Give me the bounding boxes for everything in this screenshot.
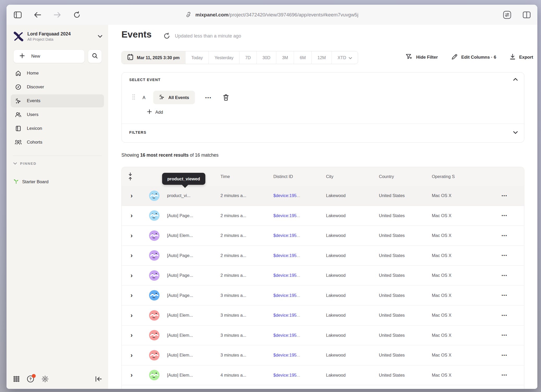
row-more-button[interactable]: ••• — [485, 213, 524, 218]
table-row[interactable]: › [Auto] Elem... 3 minutes a... $device:… — [122, 305, 524, 326]
table-row[interactable]: › [Auto] Page... 3 minutes a... $device:… — [122, 286, 524, 306]
sidebar-item-starter-board[interactable]: Starter Board — [13, 177, 48, 187]
distinct-id-link[interactable]: $device:195... — [273, 213, 326, 218]
collapse-sidebar-icon[interactable] — [95, 376, 102, 382]
preset-yesterday[interactable]: Yesterday — [209, 51, 239, 64]
distinct-id-link[interactable]: $device:195... — [273, 233, 326, 238]
row-more-button[interactable]: ••• — [485, 273, 524, 278]
event-name[interactable]: [Auto] Page... — [167, 213, 220, 218]
hide-filter-button[interactable]: Hide Filter — [406, 54, 438, 61]
settings-gear-icon[interactable] — [41, 375, 49, 383]
event-name[interactable]: [Auto] Page... — [167, 293, 220, 298]
col-os[interactable]: Operating S — [432, 174, 485, 179]
export-button[interactable]: Export — [510, 54, 533, 61]
event-more-button[interactable]: ••• — [205, 95, 212, 100]
distinct-id-link[interactable]: $device:195... — [273, 293, 326, 298]
row-more-button[interactable]: ••• — [485, 194, 524, 198]
event-name[interactable]: [Auto] Page... — [167, 253, 220, 258]
preset-7d[interactable]: 7D — [239, 51, 257, 64]
event-name[interactable]: [Auto] Page... — [167, 273, 220, 278]
expand-row-icon[interactable]: › — [131, 312, 133, 318]
row-more-button[interactable]: ••• — [485, 253, 524, 258]
event-name[interactable]: [Auto] Elem... — [167, 313, 220, 318]
preset-xtd[interactable]: XTD — [332, 51, 358, 64]
row-more-button[interactable]: ••• — [485, 313, 524, 317]
event-name[interactable]: [Auto] Elem... — [167, 333, 220, 338]
distinct-id-link[interactable]: $device:195... — [273, 373, 326, 378]
table-row[interactable]: › [Auto] Elem... 3 minutes a... $device:… — [122, 345, 524, 365]
drag-handle[interactable] — [132, 94, 135, 101]
preset-12m[interactable]: 12M — [312, 51, 332, 64]
col-distinct-id[interactable]: Distinct ID — [273, 174, 326, 179]
apps-grid-icon[interactable] — [13, 376, 20, 382]
refresh-icon[interactable] — [163, 33, 170, 39]
customize-toolbar-icon[interactable] — [503, 11, 511, 19]
back-icon[interactable] — [34, 12, 41, 18]
split-view-icon[interactable] — [523, 11, 531, 18]
collapse-section-icon[interactable] — [513, 77, 518, 82]
distinct-id-link[interactable]: $device:195... — [273, 253, 326, 258]
edit-columns-button[interactable]: Edit Columns · 6 — [451, 54, 496, 61]
expand-row-icon[interactable]: › — [131, 212, 133, 219]
sort-icon[interactable] — [122, 173, 142, 180]
expand-row-icon[interactable]: › — [131, 272, 133, 279]
table-row[interactable]: › [Auto] Elem... 3 minutes a... $device:… — [122, 326, 524, 346]
row-more-button[interactable]: ••• — [485, 373, 524, 377]
expand-row-icon[interactable]: › — [131, 252, 133, 259]
table-row[interactable]: › product_vi... 2 minutes a... $device:1… — [122, 186, 524, 206]
expand-row-icon[interactable]: › — [131, 232, 133, 239]
date-segment-custom[interactable]: Mar 11, 2025 3:30 pm — [122, 51, 186, 64]
table-row[interactable]: › [Auto] Elem... 4 minutes a... $device:… — [122, 385, 524, 389]
distinct-id-link[interactable]: $device:195... — [273, 353, 326, 358]
distinct-id-link[interactable]: $device:195... — [273, 273, 326, 278]
event-name[interactable]: [Auto] Elem... — [167, 373, 220, 378]
event-name[interactable]: product_vi... — [167, 193, 220, 198]
preset-3m[interactable]: 3M — [276, 51, 294, 64]
table-row[interactable]: › [Auto] Page... 2 minutes a... $device:… — [122, 246, 524, 266]
event-selector[interactable]: All Events — [153, 91, 195, 104]
table-row[interactable]: › [Auto] Page... 2 minutes a... $device:… — [122, 206, 524, 226]
sidebar-item-events[interactable]: Events — [11, 94, 104, 107]
distinct-id-link[interactable]: $device:195... — [273, 313, 326, 318]
expand-row-icon[interactable]: › — [131, 332, 133, 338]
address-bar[interactable]: mixpanel.com/project/3472420/view/397469… — [186, 5, 358, 25]
event-name[interactable]: [Auto] Elem... — [167, 233, 220, 238]
search-button[interactable] — [88, 50, 102, 63]
expand-row-icon[interactable]: › — [131, 352, 133, 358]
new-button[interactable]: New — [13, 50, 85, 63]
sidebar-toggle-icon[interactable] — [14, 11, 22, 18]
preset-6m[interactable]: 6M — [294, 51, 312, 64]
reload-icon[interactable] — [73, 11, 81, 19]
row-more-button[interactable]: ••• — [485, 353, 524, 357]
trash-icon[interactable] — [223, 94, 229, 101]
sidebar-item-lexicon[interactable]: Lexicon — [11, 122, 104, 135]
help-button[interactable]: ? — [27, 375, 34, 383]
sidebar-item-home[interactable]: Home — [11, 67, 104, 80]
row-more-button[interactable]: ••• — [485, 333, 524, 337]
table-row[interactable]: › [Auto] Elem... 4 minutes a... $device:… — [122, 365, 524, 385]
sidebar-item-discover[interactable]: Discover — [11, 81, 104, 94]
expand-row-icon[interactable]: › — [131, 193, 133, 199]
distinct-id-link[interactable]: $device:195... — [273, 333, 326, 338]
preset-today[interactable]: Today — [186, 51, 209, 64]
sidebar-item-cohorts[interactable]: Cohorts — [11, 136, 104, 149]
add-event-button[interactable]: Add — [147, 109, 163, 115]
expand-section-icon[interactable] — [513, 130, 518, 135]
forward-icon[interactable] — [53, 12, 61, 18]
pinned-section-header[interactable]: PINNED — [13, 162, 36, 166]
expand-row-icon[interactable]: › — [131, 292, 133, 298]
compass-icon — [15, 84, 21, 90]
col-city[interactable]: City — [326, 174, 379, 179]
sidebar-item-users[interactable]: Users — [11, 108, 104, 121]
table-row[interactable]: › [Auto] Elem... 2 minutes a... $device:… — [122, 226, 524, 246]
event-name[interactable]: [Auto] Elem... — [167, 353, 220, 358]
col-country[interactable]: Country — [379, 174, 432, 179]
col-time[interactable]: Time — [220, 174, 273, 179]
distinct-id-link[interactable]: $device:195... — [273, 193, 326, 198]
project-switcher[interactable]: Lord Farquaad 2024 All Project Data — [13, 29, 104, 44]
row-more-button[interactable]: ••• — [485, 293, 524, 297]
table-row[interactable]: › [Auto] Page... 2 minutes a... $device:… — [122, 266, 524, 286]
preset-30d[interactable]: 30D — [257, 51, 276, 64]
expand-row-icon[interactable]: › — [131, 372, 133, 378]
row-more-button[interactable]: ••• — [485, 234, 524, 238]
